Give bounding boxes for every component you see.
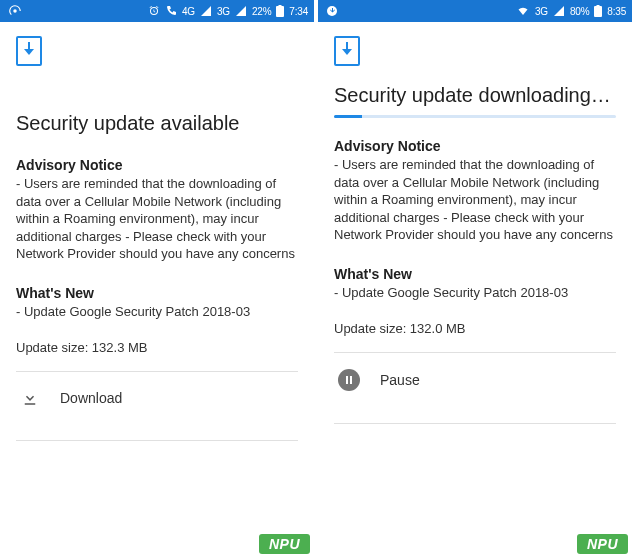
whatsnew-heading: What's New — [334, 266, 616, 282]
pause-button[interactable]: Pause — [334, 353, 616, 407]
battery-icon — [276, 5, 284, 17]
whatsnew-text: - Update Google Security Patch 2018-03 — [16, 303, 298, 321]
network-label: 3G — [535, 6, 548, 17]
pause-label: Pause — [380, 372, 420, 388]
update-size: Update size: 132.3 MB — [16, 340, 298, 355]
pause-icon — [338, 369, 360, 391]
battery-icon — [594, 5, 602, 17]
wifi-icon — [516, 5, 530, 17]
svg-rect-4 — [594, 6, 602, 17]
watermark: NPU — [577, 534, 628, 554]
divider — [334, 423, 616, 424]
svg-rect-5 — [597, 5, 600, 7]
content: Security update available Advisory Notic… — [0, 22, 314, 560]
clock-label: 7:34 — [289, 6, 308, 17]
advisory-heading: Advisory Notice — [334, 138, 616, 154]
download-icon — [20, 388, 40, 408]
advisory-heading: Advisory Notice — [16, 157, 298, 173]
network2-label: 3G — [217, 6, 230, 17]
call-icon — [165, 5, 177, 17]
update-size: Update size: 132.0 MB — [334, 321, 616, 336]
signal-icon — [553, 5, 565, 17]
battery-label: 22% — [252, 6, 271, 17]
watermark: NPU — [259, 534, 310, 554]
alarm-icon — [148, 5, 160, 17]
hotspot-icon — [8, 4, 22, 18]
downloading-icon — [326, 5, 338, 17]
progress-bar — [334, 115, 616, 118]
signal2-icon — [235, 5, 247, 17]
svg-rect-1 — [276, 6, 284, 17]
battery-label: 80% — [570, 6, 589, 17]
status-bar: 4G 3G 22% 7:34 — [0, 0, 314, 22]
svg-point-0 — [13, 9, 17, 13]
advisory-text: - Users are reminded that the downloadin… — [334, 156, 616, 244]
status-bar: 3G 80% 8:35 — [318, 0, 632, 22]
download-button[interactable]: Download — [16, 372, 298, 424]
clock-label: 8:35 — [607, 6, 626, 17]
download-phone-icon — [334, 36, 360, 66]
svg-rect-2 — [279, 5, 282, 7]
phone-left: 4G 3G 22% 7:34 Security update available… — [0, 0, 314, 560]
network-label: 4G — [182, 6, 195, 17]
phone-right: 3G 80% 8:35 Security update downloading…… — [318, 0, 632, 560]
signal-icon — [200, 5, 212, 17]
page-title: Security update available — [16, 112, 298, 135]
download-phone-icon — [16, 36, 42, 66]
advisory-text: - Users are reminded that the downloadin… — [16, 175, 298, 263]
divider — [16, 440, 298, 441]
whatsnew-heading: What's New — [16, 285, 298, 301]
content: Security update downloading… Advisory No… — [318, 22, 632, 560]
whatsnew-text: - Update Google Security Patch 2018-03 — [334, 284, 616, 302]
download-label: Download — [60, 390, 122, 406]
page-title: Security update downloading… — [334, 84, 616, 107]
